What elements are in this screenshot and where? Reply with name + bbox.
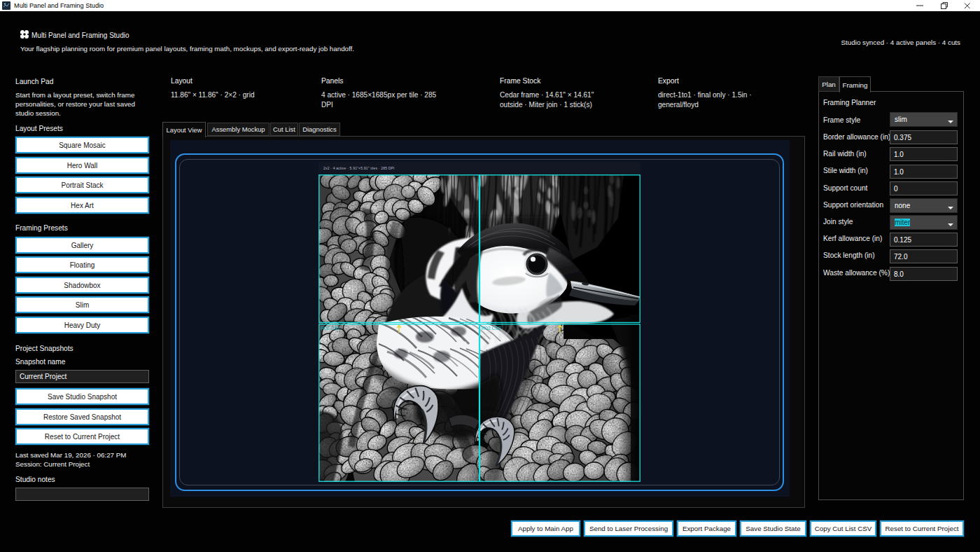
svg-text:R02 C02: R02 C02 (482, 326, 501, 331)
svg-text:R02 C01: R02 C01 (321, 326, 340, 331)
